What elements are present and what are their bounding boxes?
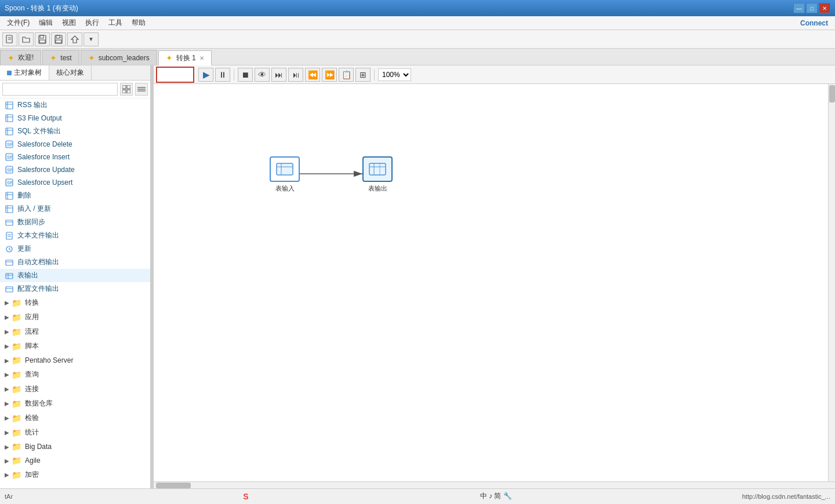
mini-canvas-preview [156, 67, 194, 83]
canvas-toolbar: ▶ ⏸ ⏹ 👁 ⏭ ⏯ ⏪ ⏩ 📋 ⊞ 50% 75% [154, 65, 835, 84]
folder-app[interactable]: ▶ 📁 应用 [0, 310, 150, 324]
tab-welcome-label: 欢迎! [18, 53, 34, 63]
svg-rect-49 [6, 273, 13, 279]
folder-query[interactable]: ▶ 📁 查询 [0, 367, 150, 382]
tab-transform1[interactable]: ✦ 转换 1 ✕ [158, 50, 212, 65]
step2-button[interactable]: ⏯ [288, 68, 303, 82]
tree-item-configfile[interactable]: 配置文件输出 [0, 282, 150, 295]
panel-tab-main[interactable]: 主对象树 [0, 65, 49, 80]
maximize-button[interactable]: □ [806, 3, 818, 13]
menu-file[interactable]: 文件(F) [2, 17, 34, 29]
svg-rect-4 [40, 35, 43, 38]
tree-item-sf-upsert[interactable]: SF Salesforce Upsert [0, 176, 150, 189]
search-expand-btn[interactable] [135, 83, 148, 96]
svg-rect-47 [6, 260, 13, 265]
tree-item-sf-update[interactable]: SF Salesforce Update [0, 163, 150, 176]
run-button[interactable]: ▶ [198, 68, 213, 82]
minimize-button[interactable]: — [793, 3, 805, 13]
folder-icon: 📁 [12, 385, 21, 394]
tree-item-textfile[interactable]: 文本文件输出 [0, 229, 150, 242]
tree-item-datasync[interactable]: 数据同步 [0, 216, 150, 229]
step-button[interactable]: ⏭ [271, 68, 286, 82]
zoom-select[interactable]: 50% 75% 100% 125% 150% 200% [378, 68, 411, 81]
salesforce-icon: SF [5, 140, 14, 149]
copy-button[interactable]: 📋 [339, 68, 354, 82]
step-icon [5, 114, 14, 123]
forward-button[interactable]: ⏩ [322, 68, 337, 82]
folder-arrow: ▶ [5, 415, 9, 421]
scrollbar-thumb-v[interactable] [829, 85, 835, 103]
tree-item-delete[interactable]: 删除 [0, 189, 150, 202]
node-table-output[interactable]: 表输出 [362, 156, 393, 193]
stop-button[interactable]: ⏹ [238, 68, 253, 82]
connect-button[interactable]: Connect [796, 18, 833, 28]
tree-item-label: Salesforce Update [17, 166, 75, 174]
tree-item-label: 更新 [17, 244, 31, 254]
folder-validate[interactable]: ▶ 📁 检验 [0, 411, 150, 425]
tree-item-s3[interactable]: S3 File Output [0, 112, 150, 125]
tree-item-autodoc[interactable]: 自动文档输出 [0, 255, 150, 269]
folder-encrypt[interactable]: ▶ 📁 加密 [0, 468, 150, 482]
save-button[interactable] [35, 32, 50, 46]
publish-button[interactable] [67, 32, 82, 46]
search-grid-btn[interactable] [120, 83, 133, 96]
open-button[interactable] [19, 32, 34, 46]
tab-test[interactable]: ✦ test [42, 50, 79, 65]
new-button[interactable] [2, 32, 17, 46]
tree-item-insert-update[interactable]: 插入 / 更新 [0, 202, 150, 216]
folder-flow[interactable]: ▶ 📁 流程 [0, 324, 150, 339]
menu-tools[interactable]: 工具 [104, 17, 127, 29]
menu-view[interactable]: 视图 [57, 17, 81, 29]
node-table-output-label: 表输出 [368, 184, 387, 193]
canvas-scrollbar-h[interactable] [154, 481, 835, 488]
back-button[interactable]: ⏪ [305, 68, 320, 82]
svg-rect-55 [277, 163, 293, 175]
folder-label: 连接 [25, 384, 39, 394]
preview-button[interactable]: 👁 [255, 68, 270, 82]
main-tree-dot [7, 71, 12, 75]
salesforce-icon: SF [5, 152, 14, 162]
folder-icon: 📁 [12, 428, 21, 437]
menu-edit[interactable]: 编辑 [34, 17, 57, 29]
status-left: tAr [5, 493, 13, 500]
scrollbar-thumb-h[interactable] [156, 483, 191, 488]
grid-button[interactable]: ⊞ [355, 68, 371, 82]
svg-text:SF: SF [7, 155, 13, 160]
node-table-input[interactable]: 表输入 [270, 156, 300, 193]
menu-help[interactable]: 帮助 [127, 17, 150, 29]
tree-item-label: RSS 输出 [17, 100, 48, 110]
svg-rect-11 [122, 85, 126, 89]
save-as-button[interactable]: + [51, 32, 66, 46]
tab-welcome[interactable]: ✦ 欢迎! [0, 50, 41, 65]
folder-transform[interactable]: ▶ 📁 转换 [0, 295, 150, 310]
tree-item-label: Salesforce Delete [17, 140, 72, 148]
folder-stats[interactable]: ▶ 📁 统计 [0, 425, 150, 440]
tree-item-tableoutput[interactable]: 表输出 [0, 269, 150, 282]
folder-pentaho[interactable]: ▶ 📁 Pentaho Server [0, 353, 150, 367]
folder-arrow: ▶ [5, 429, 9, 436]
panel-tab-core[interactable]: 核心对象 [49, 65, 92, 80]
svg-rect-12 [127, 85, 130, 89]
canvas-scrollbar-v[interactable] [828, 84, 835, 488]
tree-item-sql[interactable]: SQL 文件输出 [0, 125, 150, 138]
menu-execute[interactable]: 执行 [81, 17, 104, 29]
tree-item-sf-delete[interactable]: SF Salesforce Delete [0, 138, 150, 151]
tree-item-update[interactable]: 更新 [0, 242, 150, 255]
folder-datawarehouse[interactable]: ▶ 📁 数据仓库 [0, 396, 150, 411]
tab-close-icon[interactable]: ✕ [199, 55, 204, 61]
folder-connect[interactable]: ▶ 📁 连接 [0, 382, 150, 396]
panel-tab-main-label: 主对象树 [14, 68, 42, 78]
folder-arrow: ▶ [5, 444, 9, 450]
tree-item-rss[interactable]: RSS 输出 [0, 98, 150, 112]
close-button[interactable]: ✕ [819, 3, 830, 13]
more-button[interactable]: ▼ [84, 32, 99, 46]
tab-subcom[interactable]: ✦ subcom_leaders [81, 50, 157, 65]
tree-item-sf-insert[interactable]: SF Salesforce Insert [0, 151, 150, 163]
folder-bigdata[interactable]: ▶ 📁 Big Data [0, 440, 150, 454]
canvas[interactable]: 表输入 表输出 [154, 84, 835, 488]
pause-button[interactable]: ⏸ [215, 68, 230, 82]
step-icon [5, 127, 14, 136]
search-input[interactable] [2, 83, 118, 96]
folder-agile[interactable]: ▶ 📁 Agile [0, 454, 150, 468]
folder-script[interactable]: ▶ 📁 脚本 [0, 339, 150, 353]
